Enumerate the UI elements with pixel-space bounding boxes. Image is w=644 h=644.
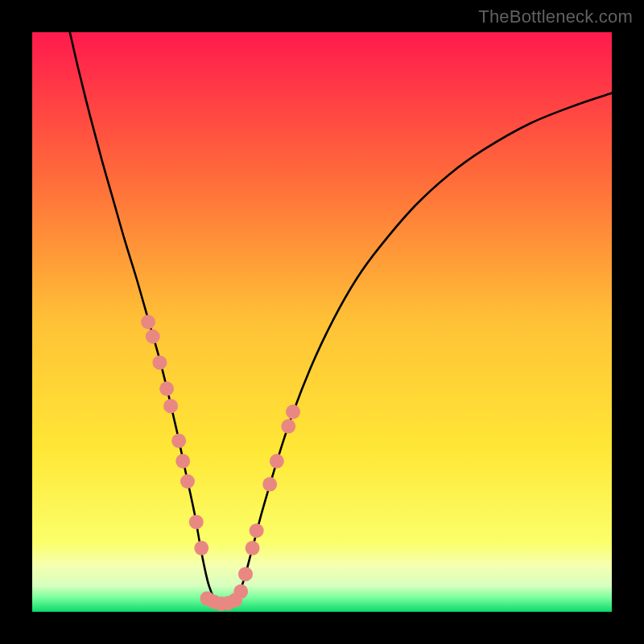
marker-dot [189,514,204,529]
plot-area [32,32,612,612]
marker-dot [171,434,186,448]
marker-dot [281,419,295,434]
marker-dot [286,405,300,419]
marker-dot [238,567,253,581]
marker-dot [163,398,178,413]
marker-dot [262,477,277,492]
marker-dot [228,593,242,608]
marker-dot [141,315,155,329]
marker-dot [194,541,208,555]
marker-dot [270,454,284,469]
marker-layer [141,315,300,611]
curve-layer [32,32,612,612]
marker-dot [180,474,195,489]
watermark-text: TheBottleneck.com [478,6,633,27]
marker-dot [146,329,160,344]
marker-dot [159,382,174,396]
marker-dot [246,541,260,555]
marker-dot [152,355,167,369]
marker-dot [250,523,264,538]
marker-dot [175,454,190,469]
chart-frame: TheBottleneck.com [0,0,644,644]
